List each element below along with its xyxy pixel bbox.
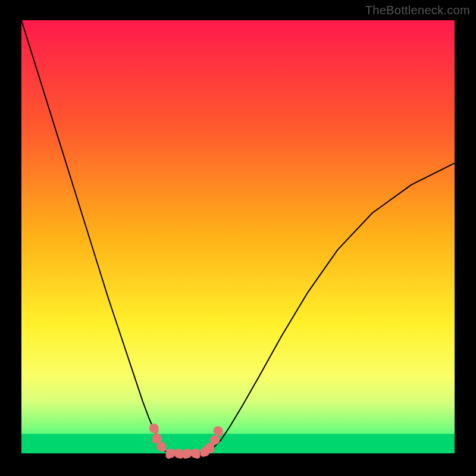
- green-band: [21, 434, 455, 453]
- curve-marker-secondary: [201, 451, 206, 457]
- curve-marker-secondary: [152, 438, 158, 444]
- curve-marker-secondary: [160, 446, 166, 452]
- curve-marker-secondary: [183, 453, 189, 459]
- plot-background: [21, 20, 455, 453]
- curve-marker-secondary: [208, 447, 214, 453]
- curve-marker-secondary: [177, 453, 183, 459]
- curve-marker-secondary: [217, 430, 223, 436]
- curve-marker-secondary: [165, 453, 171, 459]
- curve-marker-secondary: [195, 453, 201, 459]
- curve-marker-secondary: [153, 428, 159, 434]
- watermark-text: TheBottleneck.com: [365, 4, 470, 17]
- curve-marker-secondary: [210, 439, 216, 445]
- chart-svg: [0, 0, 476, 476]
- chart-frame: TheBottleneck.com: [0, 0, 476, 476]
